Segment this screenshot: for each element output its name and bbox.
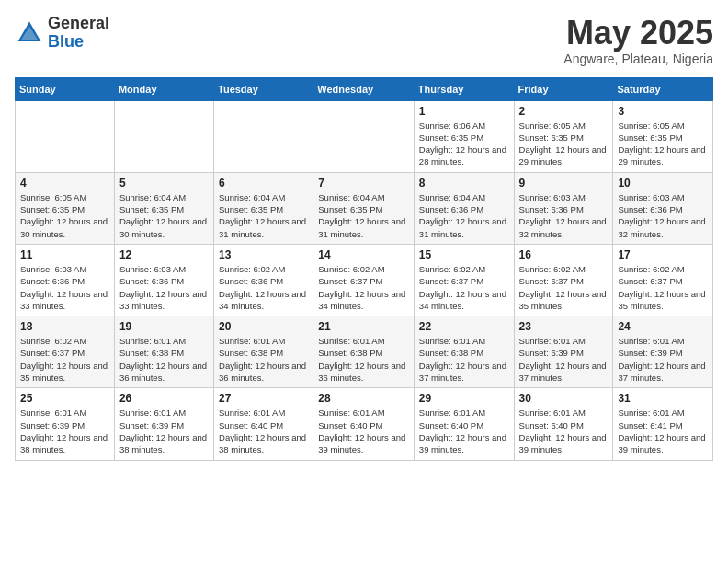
- day-info: Sunrise: 6:01 AMSunset: 6:40 PMDaylight:…: [419, 407, 509, 455]
- day-info: Sunrise: 6:04 AMSunset: 6:35 PMDaylight:…: [219, 191, 308, 240]
- table-row: 6Sunrise: 6:04 AMSunset: 6:35 PMDaylight…: [214, 172, 313, 244]
- day-info: Sunrise: 6:04 AMSunset: 6:35 PMDaylight:…: [318, 191, 409, 240]
- table-row: 29Sunrise: 6:01 AMSunset: 6:40 PMDayligh…: [414, 388, 514, 460]
- table-row: 5Sunrise: 6:04 AMSunset: 6:35 PMDaylight…: [114, 172, 213, 244]
- day-number: 12: [119, 248, 209, 261]
- day-info: Sunrise: 6:03 AMSunset: 6:36 PMDaylight:…: [119, 263, 209, 312]
- header-thursday: Thursday: [414, 77, 514, 100]
- logo-text: General Blue: [48, 15, 109, 52]
- day-number: 15: [419, 248, 509, 261]
- day-number: 6: [219, 177, 308, 190]
- table-row: 8Sunrise: 6:04 AMSunset: 6:36 PMDaylight…: [414, 172, 514, 244]
- day-number: 10: [618, 177, 708, 190]
- day-info: Sunrise: 6:04 AMSunset: 6:35 PMDaylight:…: [119, 191, 209, 240]
- day-number: 11: [20, 248, 109, 261]
- table-row: 31Sunrise: 6:01 AMSunset: 6:41 PMDayligh…: [613, 388, 713, 460]
- day-number: 5: [119, 177, 209, 190]
- day-info: Sunrise: 6:01 AMSunset: 6:39 PMDaylight:…: [519, 335, 609, 384]
- day-info: Sunrise: 6:01 AMSunset: 6:40 PMDaylight:…: [318, 407, 409, 455]
- day-number: 25: [20, 392, 109, 405]
- day-number: 16: [519, 248, 609, 261]
- day-info: Sunrise: 6:01 AMSunset: 6:39 PMDaylight:…: [20, 407, 109, 455]
- day-info: Sunrise: 6:06 AMSunset: 6:35 PMDaylight:…: [419, 120, 509, 168]
- day-info: Sunrise: 6:02 AMSunset: 6:37 PMDaylight:…: [318, 263, 409, 312]
- day-info: Sunrise: 6:01 AMSunset: 6:41 PMDaylight:…: [618, 407, 708, 455]
- day-info: Sunrise: 6:02 AMSunset: 6:37 PMDaylight:…: [519, 263, 609, 312]
- day-info: Sunrise: 6:01 AMSunset: 6:40 PMDaylight:…: [219, 407, 308, 455]
- day-info: Sunrise: 6:01 AMSunset: 6:38 PMDaylight:…: [119, 335, 209, 384]
- day-info: Sunrise: 6:05 AMSunset: 6:35 PMDaylight:…: [519, 120, 609, 168]
- day-number: 7: [318, 177, 409, 190]
- table-row: 11Sunrise: 6:03 AMSunset: 6:36 PMDayligh…: [16, 244, 115, 316]
- day-number: 27: [219, 392, 308, 405]
- day-number: 18: [20, 320, 109, 333]
- day-number: 31: [618, 392, 708, 405]
- table-row: [114, 100, 213, 172]
- table-row: 27Sunrise: 6:01 AMSunset: 6:40 PMDayligh…: [214, 388, 313, 460]
- title-block: May 2025 Angware, Plateau, Nigeria: [563, 15, 713, 66]
- day-info: Sunrise: 6:03 AMSunset: 6:36 PMDaylight:…: [618, 191, 708, 240]
- header-wednesday: Wednesday: [313, 77, 415, 100]
- table-row: [16, 100, 115, 172]
- table-row: 22Sunrise: 6:01 AMSunset: 6:38 PMDayligh…: [414, 316, 514, 388]
- table-row: 19Sunrise: 6:01 AMSunset: 6:38 PMDayligh…: [114, 316, 213, 388]
- logo-general-text: General: [48, 15, 109, 33]
- table-row: [313, 100, 415, 172]
- table-row: 7Sunrise: 6:04 AMSunset: 6:35 PMDaylight…: [313, 172, 415, 244]
- table-row: 15Sunrise: 6:02 AMSunset: 6:37 PMDayligh…: [414, 244, 514, 316]
- day-info: Sunrise: 6:01 AMSunset: 6:39 PMDaylight:…: [119, 407, 209, 455]
- table-row: 9Sunrise: 6:03 AMSunset: 6:36 PMDaylight…: [514, 172, 613, 244]
- page-header: General Blue May 2025 Angware, Plateau, …: [15, 15, 713, 66]
- day-info: Sunrise: 6:02 AMSunset: 6:37 PMDaylight:…: [419, 263, 509, 312]
- day-number: 26: [119, 392, 209, 405]
- day-info: Sunrise: 6:03 AMSunset: 6:36 PMDaylight:…: [519, 191, 609, 240]
- table-row: 25Sunrise: 6:01 AMSunset: 6:39 PMDayligh…: [16, 388, 115, 460]
- day-info: Sunrise: 6:02 AMSunset: 6:36 PMDaylight:…: [219, 263, 308, 312]
- day-info: Sunrise: 6:01 AMSunset: 6:38 PMDaylight:…: [419, 335, 509, 384]
- logo-blue-text: Blue: [48, 33, 109, 52]
- table-row: 14Sunrise: 6:02 AMSunset: 6:37 PMDayligh…: [313, 244, 415, 316]
- day-info: Sunrise: 6:04 AMSunset: 6:36 PMDaylight:…: [419, 191, 509, 240]
- calendar-table: Sunday Monday Tuesday Wednesday Thursday…: [15, 77, 713, 461]
- day-number: 3: [618, 105, 708, 118]
- day-number: 13: [219, 248, 308, 261]
- day-number: 21: [318, 320, 409, 333]
- table-row: 10Sunrise: 6:03 AMSunset: 6:36 PMDayligh…: [613, 172, 713, 244]
- day-number: 2: [519, 105, 609, 118]
- header-monday: Monday: [114, 77, 213, 100]
- day-number: 22: [419, 320, 509, 333]
- table-row: 4Sunrise: 6:05 AMSunset: 6:35 PMDaylight…: [16, 172, 115, 244]
- day-info: Sunrise: 6:01 AMSunset: 6:38 PMDaylight:…: [219, 335, 308, 384]
- day-number: 30: [519, 392, 609, 405]
- logo-icon: [15, 18, 44, 48]
- day-info: Sunrise: 6:05 AMSunset: 6:35 PMDaylight:…: [20, 191, 109, 240]
- table-row: 20Sunrise: 6:01 AMSunset: 6:38 PMDayligh…: [214, 316, 313, 388]
- logo: General Blue: [15, 15, 109, 52]
- table-row: 1Sunrise: 6:06 AMSunset: 6:35 PMDaylight…: [414, 100, 514, 172]
- table-row: 12Sunrise: 6:03 AMSunset: 6:36 PMDayligh…: [114, 244, 213, 316]
- table-row: 28Sunrise: 6:01 AMSunset: 6:40 PMDayligh…: [313, 388, 415, 460]
- day-number: 28: [318, 392, 409, 405]
- table-row: 30Sunrise: 6:01 AMSunset: 6:40 PMDayligh…: [514, 388, 613, 460]
- header-tuesday: Tuesday: [214, 77, 313, 100]
- calendar-header: Sunday Monday Tuesday Wednesday Thursday…: [16, 77, 713, 100]
- day-number: 8: [419, 177, 509, 190]
- calendar-body: 1Sunrise: 6:06 AMSunset: 6:35 PMDaylight…: [16, 100, 713, 460]
- day-number: 1: [419, 105, 509, 118]
- day-info: Sunrise: 6:01 AMSunset: 6:40 PMDaylight:…: [519, 407, 609, 455]
- day-number: 24: [618, 320, 708, 333]
- table-row: 17Sunrise: 6:02 AMSunset: 6:37 PMDayligh…: [613, 244, 713, 316]
- day-info: Sunrise: 6:01 AMSunset: 6:39 PMDaylight:…: [618, 335, 708, 384]
- day-number: 23: [519, 320, 609, 333]
- location-text: Angware, Plateau, Nigeria: [563, 52, 713, 66]
- table-row: 3Sunrise: 6:05 AMSunset: 6:35 PMDaylight…: [613, 100, 713, 172]
- day-number: 19: [119, 320, 209, 333]
- table-row: 24Sunrise: 6:01 AMSunset: 6:39 PMDayligh…: [613, 316, 713, 388]
- day-info: Sunrise: 6:05 AMSunset: 6:35 PMDaylight:…: [618, 120, 708, 168]
- day-number: 20: [219, 320, 308, 333]
- day-info: Sunrise: 6:02 AMSunset: 6:37 PMDaylight:…: [20, 335, 109, 384]
- table-row: 13Sunrise: 6:02 AMSunset: 6:36 PMDayligh…: [214, 244, 313, 316]
- day-number: 17: [618, 248, 708, 261]
- day-number: 9: [519, 177, 609, 190]
- table-row: 2Sunrise: 6:05 AMSunset: 6:35 PMDaylight…: [514, 100, 613, 172]
